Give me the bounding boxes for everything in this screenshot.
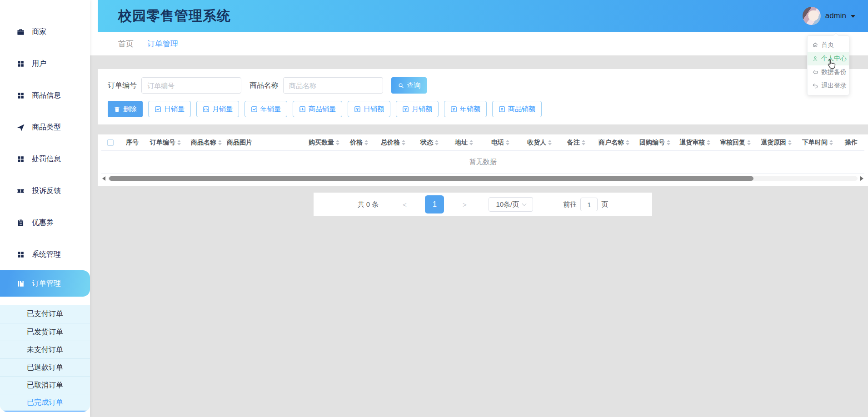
column-return-review[interactable]: 退货审核 bbox=[675, 139, 715, 147]
submenu-item-unpaid-orders[interactable]: 未支付订单 bbox=[0, 341, 90, 358]
prev-page-button[interactable]: < bbox=[398, 201, 411, 208]
submenu-item-paid-orders[interactable]: 已支付订单 bbox=[0, 305, 90, 323]
sort-caret-icon[interactable] bbox=[548, 140, 552, 145]
column-product-name[interactable]: 商品名称 bbox=[186, 139, 227, 147]
sort-caret-icon[interactable] bbox=[747, 140, 751, 145]
column-review-reply[interactable]: 审核回复 bbox=[715, 139, 756, 147]
scrollbar-track[interactable] bbox=[108, 176, 858, 181]
sort-caret-icon[interactable] bbox=[364, 140, 368, 145]
column-total-price[interactable]: 总价格 bbox=[374, 139, 412, 147]
search-row: 订单编号 商品名称 查询 bbox=[108, 77, 858, 94]
empty-placeholder: 暂无数据 bbox=[101, 151, 864, 174]
avatar[interactable] bbox=[803, 7, 821, 25]
briefcase-icon bbox=[16, 28, 25, 36]
sort-caret-icon[interactable] bbox=[582, 140, 585, 145]
sort-caret-icon[interactable] bbox=[336, 140, 339, 145]
monthly-sales-amount-button[interactable]: 月销额 bbox=[396, 101, 439, 117]
query-button[interactable]: 查询 bbox=[391, 77, 427, 94]
horizontal-scrollbar[interactable] bbox=[101, 174, 864, 184]
sidebar-item-label: 商家 bbox=[32, 27, 46, 37]
submenu-item-refunded-orders[interactable]: 已退款订单 bbox=[0, 358, 90, 376]
product-sales-amount-button[interactable]: 商品销额 bbox=[492, 101, 542, 117]
submenu-item-completed-orders[interactable]: 已完成订单 bbox=[0, 394, 90, 412]
column-remark[interactable]: 备注 bbox=[559, 139, 593, 147]
product-name-label: 商品名称 bbox=[249, 81, 279, 90]
sort-caret-icon[interactable] bbox=[402, 140, 405, 145]
sidebar-item-merchant[interactable]: 商家 bbox=[0, 16, 90, 48]
menu-item-logout[interactable]: 退出登录 bbox=[808, 79, 849, 93]
mouse-cursor bbox=[823, 58, 837, 74]
product-sales-volume-button[interactable]: 商品销量 bbox=[293, 101, 342, 117]
column-group-no[interactable]: 团购编号 bbox=[635, 139, 675, 147]
select-all-checkbox[interactable] bbox=[107, 139, 114, 146]
sort-caret-icon[interactable] bbox=[177, 140, 181, 145]
column-status[interactable]: 状态 bbox=[412, 139, 447, 147]
submenu-item-cancelled-orders[interactable]: 已取消订单 bbox=[0, 376, 90, 394]
sidebar-item-product-info[interactable]: 商品信息 bbox=[0, 79, 90, 111]
sidebar-item-product-type[interactable]: 商品类型 bbox=[0, 111, 90, 143]
app-title: 校园零售管理系统 bbox=[118, 7, 231, 25]
daily-sales-amount-button[interactable]: 日销额 bbox=[348, 101, 390, 117]
sidebar-item-system-management[interactable]: 系统管理 bbox=[0, 238, 90, 270]
page-unit-label: 页 bbox=[601, 200, 608, 209]
username: admin bbox=[825, 11, 846, 20]
submenu-item-shipped-orders[interactable]: 已发货订单 bbox=[0, 323, 90, 341]
sort-caret-icon[interactable] bbox=[506, 140, 509, 145]
column-address[interactable]: 地址 bbox=[447, 139, 481, 147]
next-page-button[interactable]: > bbox=[458, 201, 471, 208]
sidebar-item-label: 优惠券 bbox=[32, 218, 54, 228]
page-1-button[interactable]: 1 bbox=[425, 195, 444, 213]
order-no-input[interactable] bbox=[141, 77, 241, 94]
sidebar-item-users[interactable]: 用户 bbox=[0, 48, 90, 79]
sort-caret-icon[interactable] bbox=[707, 140, 710, 145]
sidebar-item-coupon[interactable]: 优惠券 bbox=[0, 207, 90, 238]
sort-caret-icon[interactable] bbox=[469, 140, 473, 145]
sort-caret-icon[interactable] bbox=[626, 140, 629, 145]
yearly-sales-volume-button[interactable]: 年销量 bbox=[244, 101, 287, 117]
home-icon bbox=[812, 42, 818, 48]
column-order-no[interactable]: 订单编号 bbox=[145, 139, 186, 147]
button-label: 商品销额 bbox=[508, 105, 535, 114]
sort-caret-icon[interactable] bbox=[667, 140, 670, 145]
product-name-input[interactable] bbox=[283, 77, 383, 94]
monthly-sales-volume-button[interactable]: 月销量 bbox=[196, 101, 239, 117]
sidebar-item-label: 用户 bbox=[32, 59, 46, 69]
goto-page-input[interactable] bbox=[580, 198, 598, 211]
sidebar-gap bbox=[90, 0, 98, 55]
column-merchant-name[interactable]: 商户名称 bbox=[593, 139, 635, 147]
chart-icon bbox=[155, 106, 161, 113]
sidebar-item-penalty-info[interactable]: 处罚信息 bbox=[0, 143, 90, 175]
sort-caret-icon[interactable] bbox=[435, 140, 439, 145]
sidebar-item-complaint-feedback[interactable]: 投诉反馈 bbox=[0, 175, 90, 207]
scroll-right-icon[interactable] bbox=[860, 176, 863, 181]
scrollbar-thumb[interactable] bbox=[109, 176, 753, 181]
button-label: 年销额 bbox=[460, 105, 480, 114]
column-quantity[interactable]: 购买数量 bbox=[304, 139, 344, 147]
money-icon bbox=[402, 106, 409, 113]
column-product-image: 商品图片 bbox=[227, 139, 304, 147]
page-size-select[interactable]: 10条/页 bbox=[489, 197, 533, 212]
yearly-sales-amount-button[interactable]: 年销额 bbox=[444, 101, 487, 117]
column-consignee[interactable]: 收货人 bbox=[519, 139, 559, 147]
sort-caret-icon[interactable] bbox=[788, 140, 792, 145]
sidebar: 商家 用户 商品信息 商品类型 处罚信息 投诉反馈 bbox=[0, 0, 90, 417]
column-order-time[interactable]: 下单时间 bbox=[797, 139, 838, 147]
column-return-reason[interactable]: 退货原因 bbox=[756, 139, 797, 147]
sort-caret-icon[interactable] bbox=[218, 140, 222, 145]
breadcrumb-bar: 首页 订单管理 bbox=[98, 32, 868, 55]
chart-icon bbox=[251, 106, 258, 113]
tab-order-management[interactable]: 订单管理 bbox=[147, 39, 178, 49]
sidebar-item-label: 订单管理 bbox=[32, 279, 61, 288]
delete-button[interactable]: 删除 bbox=[108, 101, 143, 117]
sidebar-item-order-management[interactable]: 订单管理 bbox=[0, 270, 90, 297]
arrow-left-icon bbox=[812, 69, 818, 75]
column-phone[interactable]: 电话 bbox=[481, 139, 519, 147]
sort-caret-icon[interactable] bbox=[829, 140, 833, 145]
tab-home[interactable]: 首页 bbox=[118, 39, 134, 49]
page-size-value: 10条/页 bbox=[496, 200, 519, 209]
daily-sales-volume-button[interactable]: 日销量 bbox=[148, 101, 191, 117]
user-menu-trigger[interactable]: admin bbox=[803, 7, 855, 25]
scroll-left-icon[interactable] bbox=[102, 176, 105, 181]
column-price[interactable]: 价格 bbox=[344, 139, 374, 147]
menu-item-home[interactable]: 首页 bbox=[808, 38, 849, 52]
